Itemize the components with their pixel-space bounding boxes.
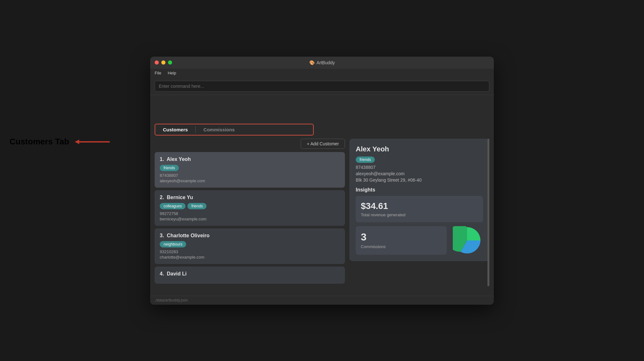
minimize-button[interactable] — [161, 60, 165, 65]
tag-row-1: friends — [160, 165, 340, 171]
app-window: 🎨 ArtBuddy File Help Customers Commissio… — [150, 57, 494, 305]
customer-card-1[interactable]: 1. Alex Yeoh friends 87438807 alexyeoh@e… — [155, 152, 345, 188]
annotation-label: Customers Tab — [10, 137, 69, 147]
detail-name: Alex Yeoh — [356, 145, 483, 153]
customer-phone-2: 99272758 — [160, 211, 340, 216]
commandbar — [150, 78, 494, 95]
commissions-row: 3 Commissions — [356, 226, 483, 255]
customer-name-2: 2. Bernice Yu — [160, 195, 340, 200]
customer-phone-3: 93210283 — [160, 249, 340, 254]
add-customer-button[interactable]: + Add Customer — [301, 139, 345, 149]
tag-colleagues-2: colleagues — [160, 203, 186, 209]
command-input[interactable] — [155, 81, 489, 92]
customer-card-3[interactable]: 3. Charlotte Oliveiro neighbours 9321028… — [155, 228, 345, 264]
tag-row-2: colleagues friends — [160, 203, 340, 209]
menu-file[interactable]: File — [155, 71, 161, 75]
detail-email: alexyeoh@example.com — [356, 171, 483, 176]
app-title: ArtBuddy — [317, 60, 335, 65]
customer-phone-1: 87438807 — [160, 173, 340, 178]
detail-tag: friends — [356, 156, 375, 163]
pie-chart — [453, 226, 481, 255]
app-icon: 🎨 — [309, 60, 315, 65]
menu-help[interactable]: Help — [168, 71, 176, 75]
tab-commissions[interactable]: Commissions — [196, 124, 242, 135]
tabs-wrapper: Customers Commissions — [150, 121, 494, 135]
empty-space — [150, 95, 494, 121]
svg-marker-1 — [75, 140, 79, 144]
titlebar: 🎨 ArtBuddy — [150, 57, 494, 69]
customer-name-3: 3. Charlotte Oliveiro — [160, 233, 340, 239]
revenue-label: Total revenue generated — [361, 212, 478, 217]
revenue-card: $34.61 Total revenue generated — [356, 196, 483, 222]
traffic-lights — [155, 60, 172, 65]
customer-name-4: 4. David Li — [160, 271, 340, 277]
tag-neighbours-3: neighbours — [160, 241, 186, 247]
main-content: + Add Customer 1. Alex Yeoh friends 8743… — [150, 135, 494, 296]
customer-name-1: 1. Alex Yeoh — [160, 156, 340, 162]
customer-email-3: charlotte@example.com — [160, 255, 340, 260]
detail-card: Alex Yeoh friends 87438807 alexyeoh@exam… — [349, 139, 489, 261]
left-panel: + Add Customer 1. Alex Yeoh friends 8743… — [155, 139, 345, 286]
commissions-count: 3 — [361, 231, 442, 243]
tag-friends-2: friends — [187, 203, 206, 209]
scrollbar[interactable] — [487, 139, 489, 286]
customer-email-2: berniceyu@example.com — [160, 217, 340, 221]
insights-label: Insights — [356, 187, 483, 193]
tag-friends-1: friends — [160, 165, 179, 171]
customer-email-1: alexyeoh@example.com — [160, 178, 340, 183]
commissions-label: Commissions — [361, 244, 442, 249]
pie-chart-container — [451, 226, 483, 255]
customer-list: 1. Alex Yeoh friends 87438807 alexyeoh@e… — [155, 152, 345, 286]
right-panel: Alex Yeoh friends 87438807 alexyeoh@exam… — [349, 139, 489, 286]
annotation-arrow — [75, 138, 113, 146]
close-button[interactable] — [155, 60, 159, 65]
tab-customers[interactable]: Customers — [155, 124, 195, 135]
statusbar: ./data/artbuddy.json — [150, 296, 494, 305]
maximize-button[interactable] — [168, 60, 172, 65]
detail-address: Blk 30 Geylang Street 29, #06-40 — [356, 177, 483, 183]
tabs-bar: Customers Commissions — [155, 124, 314, 135]
detail-tag-row: friends — [356, 156, 483, 163]
menubar: File Help — [150, 69, 494, 78]
customer-card-2[interactable]: 2. Bernice Yu colleagues friends 9927275… — [155, 190, 345, 226]
statusbar-text: ./data/artbuddy.json — [155, 298, 188, 302]
window-title: 🎨 ArtBuddy — [309, 60, 335, 65]
tag-row-3: neighbours — [160, 241, 340, 247]
commissions-card: 3 Commissions — [356, 226, 447, 255]
customer-card-4[interactable]: 4. David Li — [155, 267, 345, 284]
revenue-amount: $34.61 — [361, 201, 478, 211]
add-customer-row: + Add Customer — [155, 139, 345, 149]
detail-phone: 87438807 — [356, 165, 483, 170]
